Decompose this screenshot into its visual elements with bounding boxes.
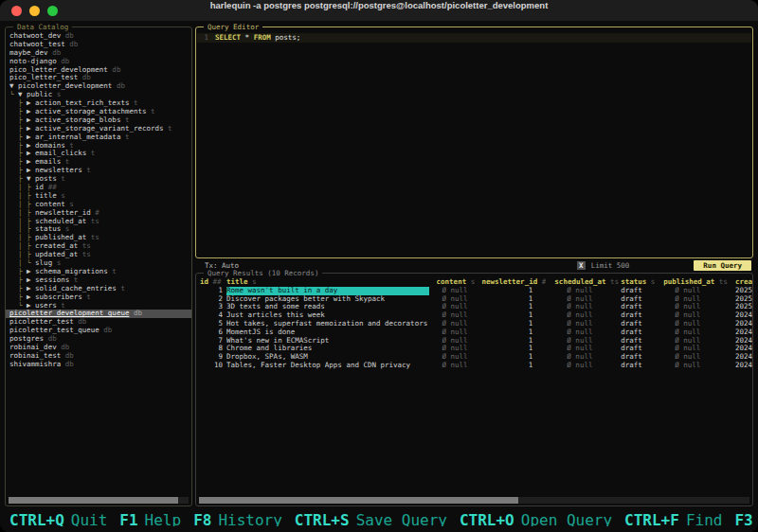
cell-id[interactable]: 7 xyxy=(200,337,223,346)
cell-content[interactable]: Ø null xyxy=(437,328,478,337)
run-query-button[interactable]: Run Query xyxy=(694,260,751,271)
cell-content[interactable]: Ø null xyxy=(437,295,478,304)
catalog-item-active_storage_attachments[interactable]: ├ ▶ active_storage_attachments t xyxy=(6,108,191,116)
catalog-item-id[interactable]: │ ├ id ## xyxy=(6,184,191,192)
cell-id[interactable]: 2 xyxy=(200,295,223,304)
cell-status[interactable]: draft xyxy=(621,353,659,362)
shortcut-find[interactable]: CTRL+FFind xyxy=(624,513,722,526)
cell-created[interactable]: 2024 xyxy=(734,328,752,337)
expanded-arrow-icon[interactable]: ▼ xyxy=(9,82,18,90)
catalog-item-published_at[interactable]: │ ├ published_at ts xyxy=(6,234,191,242)
cell-created[interactable]: 2024 xyxy=(734,320,752,328)
editor-current-line[interactable]: 1SELECT * FROM posts; xyxy=(197,33,751,43)
collapsed-arrow-icon[interactable]: ▶ xyxy=(27,125,35,133)
catalog-item-picoletter_development[interactable]: ▼ picoletter_development db xyxy=(6,82,191,91)
cell-newsletter_id[interactable]: 1 xyxy=(481,337,546,346)
catalog-item-robinai_dev[interactable]: robinai_dev db xyxy=(6,344,191,352)
cell-id[interactable]: 8 xyxy=(200,345,223,353)
cell-scheduled_at[interactable]: Ø null xyxy=(554,328,619,337)
cell-newsletter_id[interactable]: 1 xyxy=(481,311,546,320)
limit-checkbox[interactable]: X xyxy=(577,261,586,270)
cell-title[interactable]: Rome wasn't built in a day xyxy=(226,287,429,295)
cell-status[interactable]: draft xyxy=(621,320,659,328)
limit-label[interactable]: Limit 500 xyxy=(591,261,630,270)
cell-content[interactable]: Ø null xyxy=(437,337,478,346)
collapsed-arrow-icon[interactable]: ▶ xyxy=(27,133,35,141)
catalog-item-picoletter_test[interactable]: picoletter_test db xyxy=(6,318,191,327)
catalog-item-chatwoot_test[interactable]: chatwoot_test db xyxy=(6,41,191,49)
shortcut-open-query[interactable]: CTRL+OOpen Query xyxy=(460,513,612,526)
cell-scheduled_at[interactable]: Ø null xyxy=(554,311,619,320)
cell-published_at[interactable]: Ø null xyxy=(663,320,731,328)
cell-scheduled_at[interactable]: Ø null xyxy=(554,345,619,353)
collapsed-arrow-icon[interactable]: ▶ xyxy=(27,116,35,124)
cell-created[interactable]: 2024 xyxy=(734,362,752,370)
catalog-item-postgres[interactable]: postgres db xyxy=(6,335,191,344)
cell-newsletter_id[interactable]: 1 xyxy=(481,295,546,304)
cell-scheduled_at[interactable]: Ø null xyxy=(554,303,619,311)
cell-status[interactable]: draft xyxy=(621,303,659,311)
catalog-item-noto-django[interactable]: noto-django db xyxy=(6,58,191,66)
cell-status[interactable]: draft xyxy=(621,311,659,320)
catalog-item-robinai_test[interactable]: robinai_test db xyxy=(6,352,191,361)
cell-created[interactable]: 2024 xyxy=(734,311,752,320)
catalog-item-created_at[interactable]: │ ├ created_at ts xyxy=(6,242,191,251)
cell-scheduled_at[interactable]: Ø null xyxy=(554,362,619,370)
cell-content[interactable]: Ø null xyxy=(437,345,478,353)
cell-newsletter_id[interactable]: 1 xyxy=(481,320,546,328)
catalog-item-sessions[interactable]: ├ ▶ sessions t xyxy=(6,276,191,285)
cell-content[interactable]: Ø null xyxy=(437,353,478,362)
cell-title[interactable]: Hot takes, superfast memoization and dec… xyxy=(226,320,429,328)
cell-id[interactable]: 1 xyxy=(200,287,223,295)
cell-published_at[interactable]: Ø null xyxy=(663,295,731,304)
expanded-arrow-icon[interactable]: ▼ xyxy=(27,175,35,183)
catalog-scrollbar-thumb[interactable] xyxy=(9,497,178,504)
catalog-item-chatwoot_dev[interactable]: chatwoot_dev db xyxy=(6,32,191,41)
catalog-item-shivammishra[interactable]: shivammishra db xyxy=(6,361,191,369)
collapsed-arrow-icon[interactable]: ▶ xyxy=(27,99,35,107)
cell-title[interactable]: Tables, Faster Desktop Apps and CDN priv… xyxy=(226,362,429,370)
cell-scheduled_at[interactable]: Ø null xyxy=(554,320,619,328)
cell-published_at[interactable]: Ø null xyxy=(663,337,731,346)
catalog-item-content[interactable]: │ ├ content s xyxy=(6,201,191,209)
results-scrollbar-thumb[interactable] xyxy=(199,497,518,504)
expanded-arrow-icon[interactable]: ▼ xyxy=(18,91,27,98)
cell-scheduled_at[interactable]: Ø null xyxy=(554,287,619,295)
catalog-item-pico_letter_development[interactable]: pico_letter_development db xyxy=(6,66,191,75)
collapsed-arrow-icon[interactable]: ▶ xyxy=(27,302,35,310)
cell-title[interactable]: What's new in ECMAScript xyxy=(226,337,429,346)
cell-status[interactable]: draft xyxy=(621,295,659,304)
catalog-item-domains[interactable]: ├ ▶ domains t xyxy=(6,142,191,151)
shortcut-save-query[interactable]: CTRL+SSave Query xyxy=(295,513,447,526)
cell-created[interactable]: 2025 xyxy=(734,303,752,311)
cell-published_at[interactable]: Ø null xyxy=(663,328,731,337)
shortcut-find-next[interactable]: F3Find Next xyxy=(734,513,758,526)
shortcut-history[interactable]: F8History xyxy=(193,513,282,526)
cell-scheduled_at[interactable]: Ø null xyxy=(554,337,619,346)
shortcut-help[interactable]: F1Help xyxy=(119,513,181,526)
catalog-item-status[interactable]: │ ├ status s xyxy=(6,225,191,234)
catalog-item-subscribers[interactable]: ├ ▶ subscribers t xyxy=(6,293,191,302)
cell-id[interactable]: 6 xyxy=(200,328,223,337)
catalog-item-newsletters[interactable]: ├ ▶ newsletters t xyxy=(6,167,191,175)
cell-created[interactable]: 2025 xyxy=(734,295,752,304)
collapsed-arrow-icon[interactable]: ▶ xyxy=(27,167,35,174)
catalog-item-updated_at[interactable]: │ ├ updated_at ts xyxy=(6,251,191,259)
results-horizontal-scrollbar[interactable] xyxy=(199,497,749,504)
catalog-item-maybe_dev[interactable]: maybe_dev db xyxy=(6,49,191,58)
cell-id[interactable]: 4 xyxy=(200,311,223,320)
cell-created[interactable]: 2024 xyxy=(734,337,752,346)
collapsed-arrow-icon[interactable]: ▶ xyxy=(27,293,35,301)
collapsed-arrow-icon[interactable]: ▶ xyxy=(27,285,35,293)
catalog-item-solid_cache_entries[interactable]: ├ ▶ solid_cache_entries t xyxy=(6,285,191,293)
query-editor-panel[interactable]: Query Editor 1SELECT * FROM posts; xyxy=(195,27,753,258)
cell-title[interactable]: MomentJS is done xyxy=(226,328,429,337)
cell-published_at[interactable]: Ø null xyxy=(663,287,731,295)
catalog-item-ar_internal_metadata[interactable]: ├ ▶ ar_internal_metadata t xyxy=(6,133,191,142)
collapsed-arrow-icon[interactable]: ▶ xyxy=(27,108,35,115)
catalog-item-posts[interactable]: ├ ▼ posts t xyxy=(6,175,191,184)
cell-status[interactable]: draft xyxy=(621,328,659,337)
catalog-item-active_storage_blobs[interactable]: ├ ▶ active_storage_blobs t xyxy=(6,116,191,125)
cell-created[interactable]: 2025 xyxy=(734,287,752,295)
cell-id[interactable]: 10 xyxy=(200,362,223,370)
